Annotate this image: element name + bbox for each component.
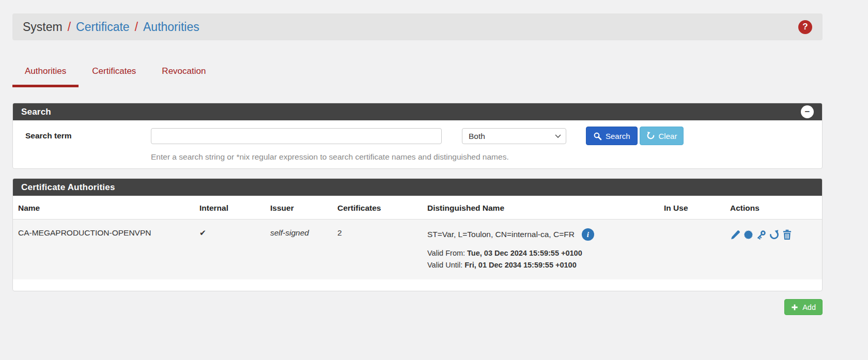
- edit-pencil-icon[interactable]: [730, 229, 741, 240]
- breadcrumb: System / Certificate / Authorities ?: [12, 13, 823, 40]
- tab-revocation[interactable]: Revocation: [149, 66, 218, 87]
- col-certificates: Certificates: [337, 196, 427, 220]
- plus-icon: [791, 304, 798, 311]
- ca-table: Name Internal Issuer Certificates Distin…: [13, 196, 822, 279]
- col-in-use: In Use: [664, 196, 730, 220]
- valid-until-value: Fri, 01 Dec 2034 15:59:55 +0100: [464, 261, 576, 269]
- search-button-label: Search: [606, 132, 630, 140]
- delete-trash-icon[interactable]: [782, 229, 793, 240]
- add-button-label: Add: [802, 303, 816, 311]
- add-button-row: Add: [12, 299, 823, 315]
- page-container: System / Certificate / Authorities ? Aut…: [12, 13, 823, 315]
- col-internal: Internal: [199, 196, 270, 220]
- breadcrumb-root: System: [23, 20, 63, 34]
- add-button[interactable]: Add: [784, 299, 823, 315]
- valid-from-value: Tue, 03 Dec 2024 15:59:55 +0100: [467, 249, 582, 257]
- search-icon: [593, 132, 602, 140]
- search-button[interactable]: Search: [586, 127, 638, 145]
- col-actions: Actions: [730, 196, 822, 220]
- search-term-input[interactable]: [151, 128, 442, 144]
- undo-icon: [646, 131, 655, 140]
- ca-panel-title: Certificate Authorities: [21, 182, 115, 193]
- ca-table-header-row: Name Internal Issuer Certificates Distin…: [13, 196, 822, 220]
- search-panel: Search − Search term Both: [12, 103, 823, 169]
- search-help-text: Enter a search string or *nix regular ex…: [151, 151, 822, 162]
- certificate-authorities-panel: Certificate Authorities Name Internal Is…: [12, 178, 823, 291]
- cell-distinguished-name: ST=Var, L=Toulon, CN=internal-ca, C=FR i…: [427, 220, 664, 280]
- internal-check-icon: ✔: [199, 220, 270, 280]
- search-form-row: Search term Both Search: [13, 127, 822, 145]
- valid-until-line: Valid Until: Fri, 01 Dec 2034 15:59:55 +…: [427, 261, 664, 269]
- search-panel-title: Search: [21, 107, 51, 117]
- cell-ca-name: CA-MEGAPRODUCTION-OPENVPN: [13, 220, 199, 280]
- valid-until-label: Valid Until:: [427, 261, 462, 269]
- help-icon[interactable]: ?: [798, 20, 812, 34]
- tab-bar: Authorities Certificates Revocation: [12, 66, 823, 87]
- cell-in-use: [664, 220, 730, 280]
- search-term-label: Search term: [25, 131, 151, 140]
- cell-issuer: self-signed: [270, 220, 337, 280]
- export-ca-seal-icon[interactable]: [743, 229, 754, 240]
- breadcrumb-separator: /: [68, 20, 71, 34]
- col-issuer: Issuer: [270, 196, 337, 220]
- cell-certificate-count: 2: [337, 220, 427, 280]
- search-panel-header: Search −: [13, 103, 822, 120]
- clear-button-label: Clear: [659, 132, 677, 140]
- export-key-icon[interactable]: [756, 229, 767, 240]
- valid-from-label: Valid From:: [427, 249, 465, 257]
- breadcrumb-link-certificate[interactable]: Certificate: [76, 20, 130, 34]
- search-scope-select-wrap: Both: [462, 128, 566, 144]
- search-scope-select[interactable]: Both: [462, 128, 566, 144]
- clear-button[interactable]: Clear: [640, 127, 684, 145]
- dn-text: ST=Var, L=Toulon, CN=internal-ca, C=FR: [427, 230, 575, 239]
- cell-actions: [730, 220, 822, 280]
- tab-certificates[interactable]: Certificates: [80, 66, 148, 87]
- tab-authorities[interactable]: Authorities: [12, 66, 79, 87]
- breadcrumb-link-authorities[interactable]: Authorities: [143, 20, 199, 34]
- col-distinguished-name: Distinguished Name: [427, 196, 664, 220]
- ca-panel-header: Certificate Authorities: [13, 179, 822, 196]
- valid-from-line: Valid From: Tue, 03 Dec 2024 15:59:55 +0…: [427, 249, 664, 257]
- info-icon[interactable]: i: [582, 228, 594, 241]
- collapse-minus-icon[interactable]: −: [801, 105, 814, 118]
- col-name: Name: [13, 196, 199, 220]
- renew-rotate-icon[interactable]: [769, 229, 780, 240]
- search-panel-body: Search term Both Search: [13, 120, 822, 168]
- table-row: CA-MEGAPRODUCTION-OPENVPN ✔ self-signed …: [13, 220, 822, 280]
- breadcrumb-separator: /: [135, 20, 138, 34]
